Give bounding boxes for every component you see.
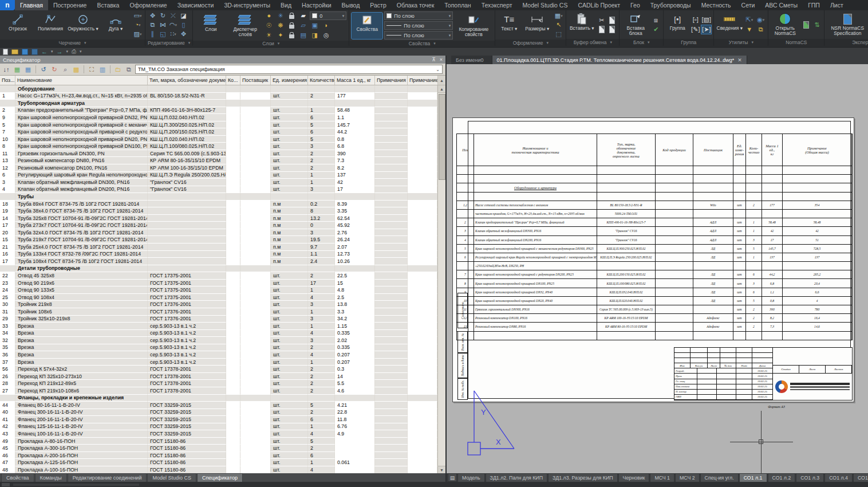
group-label-annotation[interactable]: Оформление▾ <box>495 40 566 46</box>
undo-dropdown-icon[interactable]: ▾ <box>51 49 53 54</box>
paste-button[interactable]: Вставить ▾ <box>569 11 595 38</box>
array-icon[interactable]: ∷ ▾ <box>168 30 178 38</box>
wipeout-tool-icon[interactable]: ⬚ <box>554 30 563 38</box>
paste-special-icon[interactable] <box>607 25 617 34</box>
scrollbar-thumb[interactable] <box>439 94 445 180</box>
open-normacs-button[interactable]: Открыть NormaCS <box>771 11 799 38</box>
spec-table-row[interactable]: 40 Фланец 300-16-11-1-В-20-IV ГОСТ 33259… <box>0 409 437 417</box>
command-line-bar[interactable] <box>0 482 868 487</box>
ribbon-tab[interactable]: 3D-инструменты <box>219 0 275 10</box>
spec-table-row[interactable]: 21 Труба 25х4.0 ГОСТ 8734-75 /В 10Г2 ГОС… <box>0 244 437 251</box>
spec-table-row[interactable]: 3 Клапан обратный межфланцевый DN300, PN… <box>0 179 437 186</box>
ribbon-tab[interactable]: Model Studio CS <box>518 0 573 10</box>
spec-table-row[interactable]: 32 Врезка сер.5.903-13 в.1 ч.2 шт. 3 2.0… <box>0 337 437 344</box>
layer-star-icon[interactable]: ✦ <box>275 31 285 40</box>
ribbon-tab[interactable]: Главная <box>15 0 48 10</box>
spec-column-header[interactable]: Примечания <box>375 76 408 85</box>
spec-table-row[interactable]: 11 Грязевик горизонтальный DN300, PN Сер… <box>0 150 437 158</box>
trim-icon[interactable]: ⤫ <box>168 11 178 20</box>
layout-tab[interactable]: СО1 л.1 <box>739 473 767 482</box>
update-to-model-icon[interactable]: ↻ <box>50 65 59 74</box>
spec-table-row[interactable]: 34 Врезка сер.5.903-13 в.1 ч.2 шт. 4 0.3… <box>0 330 437 337</box>
lineweight-bylayer-select[interactable]: По слою▾ <box>384 31 453 40</box>
spec-column-header[interactable]: Ко... <box>226 76 240 85</box>
layout-list-icon[interactable]: ▤ <box>448 473 457 482</box>
spec-table-row[interactable]: Детали трубопроводные <box>0 265 437 273</box>
spec-column-header[interactable]: Поз... <box>0 76 15 85</box>
spec-table-row[interactable]: 28 Переход КП 219х12-89х5 ГОСТ 17378-200… <box>0 380 437 387</box>
spec-table-row[interactable]: 13 Резиновый компенсатор DN80, PN16 КР A… <box>0 157 437 164</box>
spec-table-row[interactable]: 6 Регулирующий шаровый кран Regula непол… <box>0 172 437 179</box>
group-label-block[interactable]: Блок▾ <box>620 39 663 46</box>
spec-table-row[interactable]: 5 Кран шаровой неполнопроходной приварно… <box>0 121 437 129</box>
spec-table-row[interactable]: 36 Врезка сер.5.903-13 в.1 ч.2 шт. 4 0.2… <box>0 351 437 359</box>
save-all-icon[interactable] <box>31 49 38 55</box>
redo-dropdown-icon[interactable]: ▾ <box>66 49 69 54</box>
spec-table-row[interactable]: 29 Тройник 325х10-219х8 ГОСТ 17376-2001 … <box>0 316 437 323</box>
spec-table-row[interactable]: 43 Фланец 100-16-11-1-В-20-IV ГОСТ 33259… <box>0 430 437 438</box>
spec-column-header[interactable]: Поставщик <box>240 76 271 85</box>
group-label-utilities[interactable]: Утилиты▾ <box>714 39 768 46</box>
match-properties-button[interactable]: Копирование свойств <box>455 13 492 39</box>
spec-table-row[interactable]: 49 Прокладка А-80-16-ПОН ГОСТ 15180-86 ш… <box>0 438 437 445</box>
scale-icon[interactable]: ◱ <box>158 30 168 38</box>
spec-table-row[interactable]: 25 Отвод 90 108х4 ГОСТ 17375-2001 шт. 4 … <box>0 294 437 301</box>
document-tab[interactable]: 01.Площадка.001.ЦТП.3D.Стадия Р.ТМ. Тепл… <box>492 56 747 64</box>
group-edit-icon[interactable]: [✎] <box>691 25 700 34</box>
spec-table-row[interactable]: Трубы <box>0 193 437 201</box>
spec-table-row[interactable]: 9 Кран шаровой неполнопроходной приварно… <box>0 114 437 121</box>
spec-table-row[interactable]: 22 Отвод 45 325х8 ГОСТ 17375-2001 шт. 2 … <box>0 272 437 280</box>
layout-tab[interactable]: Модель <box>457 473 485 482</box>
vertical-scrollbar[interactable]: ▲ ▼ <box>437 85 445 473</box>
layout-tab[interactable]: СО1 л.5 <box>853 473 868 482</box>
layout-tab[interactable]: МСЧ 1 <box>650 473 674 482</box>
polyline-button[interactable]: Полилиния <box>35 12 66 38</box>
layout-tab[interactable]: Спец-ия угл. <box>700 473 739 482</box>
panel-tab[interactable]: Редактирование соединений <box>68 473 147 482</box>
ribbon-tab[interactable]: Облака точек <box>392 0 439 10</box>
hatch-tool-icon[interactable]: ▨ ▾ <box>133 30 143 38</box>
normacs-sync-icon[interactable]: ⇅ <box>812 21 822 29</box>
spec-column-header[interactable]: Ед. измерения <box>271 76 308 85</box>
table-columns-icon[interactable]: ▥ <box>98 65 107 74</box>
text-button[interactable]: T≡ Текст ▾ <box>498 12 520 38</box>
spec-column-header[interactable]: Тип, марка, обозначение документа, о... <box>148 76 226 85</box>
ribbon-tab[interactable]: CADLib Проект <box>573 0 625 10</box>
undo-icon[interactable]: ← <box>41 48 48 55</box>
spec-column-header[interactable]: Количество <box>308 76 335 85</box>
folder-icon[interactable]: 🗀 <box>113 65 123 74</box>
layout-tab[interactable]: СО1 л.2 <box>768 473 796 482</box>
layer-merge-icon[interactable]: ▤ <box>298 31 308 40</box>
spec-profile-select[interactable]: TM_TM.CO Заказная спецификация⌄ <box>135 65 443 74</box>
spec-table-row[interactable]: 2 Клапан предохранительный "Прегран" Рср… <box>0 107 437 115</box>
layout-tab[interactable]: ЗД1.л3. Разрезы для КИП <box>548 473 618 482</box>
redo-icon[interactable]: → <box>57 48 63 55</box>
copy-spec-icon[interactable]: ⧉ <box>124 65 133 74</box>
erase-icon[interactable]: ◪ <box>179 11 188 20</box>
group-frame-icon[interactable]: [▫] <box>691 15 700 24</box>
document-tab[interactable]: Без имени0 <box>451 56 492 64</box>
spec-table-row[interactable]: 47 Прокладка А-125-16-ПОН ГОСТ 15180-86 … <box>0 459 437 466</box>
spec-table-row[interactable]: 56 Переход К 57х4-32х2 ГОСТ 17378-2001 ш… <box>0 366 437 373</box>
spec-column-header[interactable]: Примечание <box>408 76 438 85</box>
layer-unlock-icon[interactable] <box>287 31 297 40</box>
layout-tab[interactable]: СО1 л.3 <box>796 473 824 482</box>
group-label-group[interactable]: Группа <box>664 39 713 46</box>
scroll-up-icon[interactable]: ▲ <box>438 76 445 85</box>
group-label-properties[interactable]: Свойства▾ <box>349 41 495 46</box>
spec-table-row[interactable]: 17 Труба 108х4 ГОСТ 8734-75 /В 10Г2 ГОСТ… <box>0 258 437 265</box>
layout-tab[interactable]: СО1 л.4 <box>824 473 853 482</box>
spec-table-row[interactable]: 14 Труба 325х8 ГОСТ 10704-91 /В-09Г2С ГО… <box>0 215 437 222</box>
lock-icon[interactable] <box>287 11 297 20</box>
ribbon-tab[interactable]: Вывод <box>337 0 365 10</box>
ribbon-tab[interactable]: Настройки <box>297 0 337 10</box>
copy-icon[interactable] <box>607 16 617 25</box>
layer-delete-icon[interactable]: ◨ <box>310 31 319 40</box>
layer-walk-icon[interactable]: ▣ <box>310 21 319 30</box>
spec-table-row[interactable]: 46 Прокладка А-200-16-ПОН ГОСТ 15180-86 … <box>0 452 437 459</box>
spec-table-row[interactable]: 15 Труба 219х7 ГОСТ 10704-91 /В-09Г2С ГО… <box>0 236 437 244</box>
spec-table-row[interactable]: 12 Резиновый компенсатор DN100, PN16 КР … <box>0 164 437 172</box>
save-table-icon[interactable]: ▦ <box>23 65 33 74</box>
sort-icon[interactable]: ↓↑ <box>2 65 11 74</box>
rotate-icon[interactable]: ↻ <box>158 11 168 20</box>
